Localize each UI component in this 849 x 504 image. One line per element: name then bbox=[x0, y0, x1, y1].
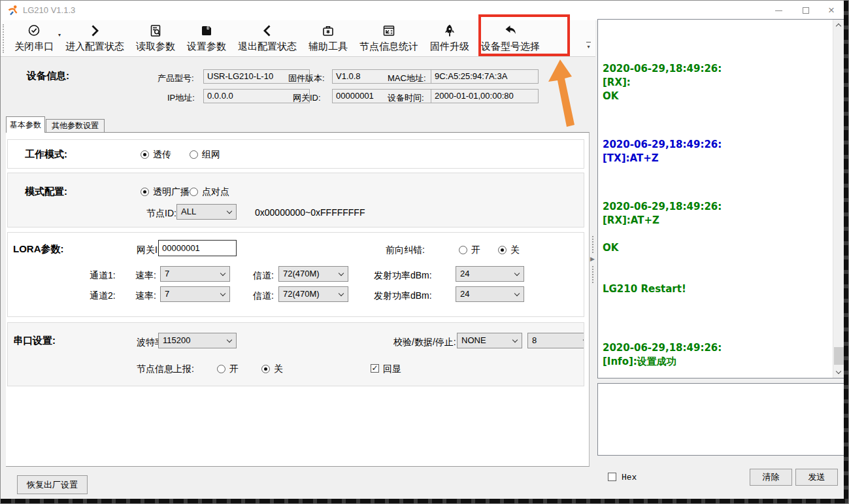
channel2-select[interactable]: 72(470M) bbox=[278, 286, 348, 302]
close-icon: × bbox=[828, 4, 835, 16]
toolbar-button-exit-config[interactable]: 退出配置状态 bbox=[232, 20, 303, 56]
mac-field[interactable]: 9C:A5:25:94:7A:3A bbox=[431, 69, 539, 84]
node-report-label: 节点信息上报: bbox=[137, 363, 194, 375]
minimize-icon bbox=[775, 10, 782, 11]
toolbar-button-read-params[interactable]: 读取参数 bbox=[130, 20, 181, 56]
toolbar-button-close-serial[interactable]: 关闭串口 ▾ bbox=[8, 20, 59, 56]
maximize-icon bbox=[803, 7, 809, 14]
chevron-left-icon bbox=[260, 22, 275, 39]
restore-factory-button[interactable]: 恢复出厂设置 bbox=[17, 475, 88, 494]
report-off-label: 关 bbox=[274, 363, 283, 375]
report-on-label: 开 bbox=[229, 363, 239, 375]
gateway-id-label: 网关ID: bbox=[293, 92, 321, 104]
ip-label: IP地址: bbox=[167, 92, 195, 104]
lora-gateway-id-input[interactable]: 00000001 bbox=[158, 240, 237, 256]
parity-select[interactable]: NONE bbox=[457, 333, 522, 348]
product-model-label: 产品型号: bbox=[158, 73, 194, 84]
serial-settings-group: 串口设置: 波特率: 115200 校验/数据/停止: NONE 8 节点信息上… bbox=[7, 322, 584, 386]
node-id-range-hint: 0x00000000~0xFFFFFFFF bbox=[255, 207, 365, 218]
work-mode-group: 工作模式: 透传 组网 bbox=[7, 139, 584, 169]
hex-checkbox[interactable] bbox=[608, 473, 616, 481]
serial-settings-label: 串口设置: bbox=[13, 335, 56, 347]
work-mode-network-label: 组网 bbox=[202, 149, 220, 161]
channel1-select[interactable]: 72(470M) bbox=[278, 266, 348, 282]
work-mode-label: 工作模式: bbox=[25, 148, 67, 161]
toolbox-icon bbox=[321, 22, 335, 39]
fec-off-radio[interactable] bbox=[498, 246, 507, 254]
work-mode-transparent-label: 透传 bbox=[153, 149, 171, 161]
channel1-freq-label: 信道: bbox=[253, 270, 274, 282]
rocket-icon bbox=[442, 22, 457, 39]
power1-select[interactable]: 24 bbox=[456, 266, 524, 282]
fec-on-radio[interactable] bbox=[459, 246, 467, 254]
tab-other-params[interactable]: 其他参数设置 bbox=[46, 119, 105, 133]
log-scrollbar[interactable] bbox=[833, 20, 844, 378]
device-info-title: 设备信息: bbox=[27, 70, 69, 82]
hex-label: Hex bbox=[622, 473, 637, 482]
chevron-down-icon bbox=[220, 291, 225, 296]
device-time-field[interactable]: 2000-01-01,00:00:80 bbox=[431, 89, 539, 103]
toolbar-grip[interactable] bbox=[3, 24, 4, 53]
work-mode-transparent-radio[interactable] bbox=[141, 150, 149, 159]
doc-search-icon bbox=[148, 22, 163, 39]
toolbar-button-node-stats[interactable]: 节点信息统计 bbox=[354, 20, 424, 56]
toolbar-button-set-params[interactable]: 设置参数 bbox=[181, 20, 232, 56]
fec-on-label: 开 bbox=[471, 244, 480, 256]
power2-label: 发射功率dBm: bbox=[374, 290, 432, 302]
mode-broadcast-radio[interactable] bbox=[141, 188, 149, 196]
databits-select[interactable]: 8 bbox=[527, 333, 584, 348]
chevron-right-icon bbox=[88, 22, 102, 39]
lora-params-group: LORA参数: 网关ID: 00000001 前向纠错: 开 关 通道1: 速率… bbox=[7, 232, 584, 317]
send-button[interactable]: 发送 bbox=[795, 469, 838, 486]
device-time-label: 设备时间: bbox=[388, 92, 424, 104]
report-off-radio[interactable] bbox=[261, 365, 270, 373]
floppy-icon bbox=[199, 22, 214, 39]
mode-config-label: 模式配置: bbox=[25, 186, 67, 198]
annotation-highlight-box bbox=[478, 14, 570, 56]
toolbar-overflow-button[interactable]: ▾ bbox=[584, 40, 593, 51]
scrollbar-thumb[interactable] bbox=[834, 347, 844, 365]
chevron-down-icon bbox=[339, 271, 344, 276]
chevron-down-icon bbox=[220, 271, 225, 276]
scroll-up-icon[interactable] bbox=[833, 20, 844, 31]
rate1-label: 速率: bbox=[135, 270, 156, 282]
close-button[interactable]: × bbox=[819, 1, 844, 20]
chevron-down-icon bbox=[227, 337, 232, 343]
clear-button[interactable]: 清除 bbox=[750, 469, 792, 486]
echo-checkbox[interactable]: ✓ bbox=[371, 364, 379, 373]
report-on-radio[interactable] bbox=[217, 365, 225, 373]
toolbar-button-aux-tools[interactable]: 辅助工具 bbox=[303, 20, 354, 56]
collapse-arrow-icon[interactable]: ▶ bbox=[590, 256, 595, 262]
minimize-button[interactable] bbox=[765, 1, 791, 20]
chevron-down-icon bbox=[512, 337, 518, 343]
panel-splitter[interactable]: ▶ bbox=[590, 58, 595, 467]
chevron-down-icon bbox=[514, 291, 520, 296]
window-title: LG210 V1.1.3 bbox=[23, 5, 75, 15]
tab-basic-params[interactable]: 基本参数 bbox=[6, 116, 45, 133]
log-entry: 2020-06-29,18:49:26: [Info]:设置成功 bbox=[603, 341, 829, 369]
fec-off-label: 关 bbox=[510, 244, 520, 256]
title-bar: LG210 V1.1.3 × bbox=[1, 1, 848, 20]
log-output-box[interactable]: 2020-06-29,18:49:26: [RX]: OK 2020-06-29… bbox=[597, 19, 844, 378]
rate2-select[interactable]: 7 bbox=[160, 286, 230, 302]
work-mode-network-radio[interactable] bbox=[190, 150, 198, 159]
lora-params-label: LORA参数: bbox=[13, 243, 64, 256]
send-input-box[interactable] bbox=[597, 383, 844, 456]
chevron-down-icon bbox=[514, 271, 520, 276]
rate1-select[interactable]: 7 bbox=[160, 266, 230, 282]
node-id-select[interactable]: ALL bbox=[176, 204, 237, 220]
annotation-arrow-icon bbox=[548, 59, 585, 129]
toolbar-button-firmware-upgrade[interactable]: 固件升级 bbox=[424, 20, 475, 56]
desktop-edge bbox=[1, 499, 849, 503]
mode-p2p-radio[interactable] bbox=[190, 188, 198, 196]
maximize-button[interactable] bbox=[793, 1, 819, 20]
toolbar-button-enter-config[interactable]: 进入配置状态 bbox=[59, 20, 130, 56]
baud-select[interactable]: 115200 bbox=[158, 333, 237, 348]
chevron-down-icon bbox=[583, 337, 584, 343]
power2-select[interactable]: 24 bbox=[456, 286, 524, 302]
parity-label: 校验/数据/停止: bbox=[393, 337, 456, 348]
scroll-down-icon[interactable] bbox=[833, 367, 844, 378]
channel2-freq-label: 信道: bbox=[253, 290, 274, 302]
channel1-label: 通道1: bbox=[90, 270, 116, 282]
mode-broadcast-label: 透明广播 bbox=[153, 186, 190, 198]
